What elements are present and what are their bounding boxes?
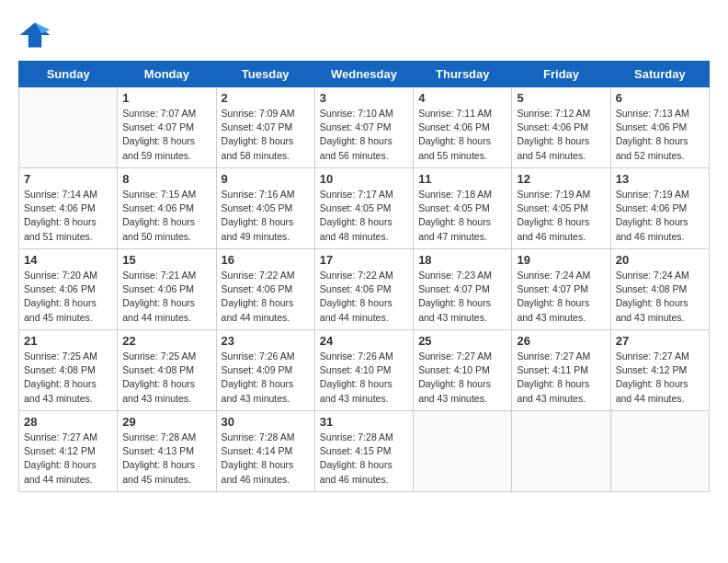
week-row-2: 7Sunrise: 7:14 AMSunset: 4:06 PMDaylight… (19, 168, 710, 249)
day-cell: 13Sunrise: 7:19 AMSunset: 4:06 PMDayligh… (610, 168, 709, 249)
day-number: 30 (222, 415, 310, 429)
day-cell: 7Sunrise: 7:14 AMSunset: 4:06 PMDaylight… (19, 168, 118, 249)
day-number: 7 (24, 172, 112, 186)
day-number: 27 (616, 334, 704, 348)
day-info: Sunrise: 7:25 AMSunset: 4:08 PMDaylight:… (122, 350, 210, 406)
day-cell: 18Sunrise: 7:23 AMSunset: 4:07 PMDayligh… (414, 249, 512, 330)
day-info: Sunrise: 7:19 AMSunset: 4:06 PMDaylight:… (616, 188, 704, 244)
day-cell: 27Sunrise: 7:27 AMSunset: 4:12 PMDayligh… (610, 330, 709, 411)
day-cell: 12Sunrise: 7:19 AMSunset: 4:05 PMDayligh… (512, 168, 610, 249)
day-info: Sunrise: 7:10 AMSunset: 4:07 PMDaylight:… (320, 107, 408, 163)
day-number: 11 (418, 172, 506, 186)
day-number: 21 (24, 334, 112, 348)
day-info: Sunrise: 7:15 AMSunset: 4:06 PMDaylight:… (122, 188, 210, 244)
day-info: Sunrise: 7:27 AMSunset: 4:12 PMDaylight:… (616, 350, 704, 406)
day-header-wednesday: Wednesday (314, 62, 413, 87)
day-cell: 8Sunrise: 7:15 AMSunset: 4:06 PMDaylight… (118, 168, 216, 249)
day-cell: 16Sunrise: 7:22 AMSunset: 4:06 PMDayligh… (216, 249, 314, 330)
week-row-3: 14Sunrise: 7:20 AMSunset: 4:06 PMDayligh… (19, 249, 710, 330)
day-cell: 26Sunrise: 7:27 AMSunset: 4:11 PMDayligh… (512, 330, 610, 411)
day-number: 23 (222, 334, 310, 348)
week-row-4: 21Sunrise: 7:25 AMSunset: 4:08 PMDayligh… (19, 330, 710, 411)
day-number: 29 (122, 415, 210, 429)
day-info: Sunrise: 7:07 AMSunset: 4:07 PMDaylight:… (122, 107, 210, 163)
day-cell: 17Sunrise: 7:22 AMSunset: 4:06 PMDayligh… (314, 249, 413, 330)
day-cell: 2Sunrise: 7:09 AMSunset: 4:07 PMDaylight… (216, 87, 314, 168)
day-cell: 4Sunrise: 7:11 AMSunset: 4:06 PMDaylight… (414, 87, 512, 168)
day-number: 28 (24, 415, 112, 429)
day-cell (610, 411, 709, 492)
page-header (18, 18, 710, 52)
day-number: 14 (24, 253, 112, 267)
day-info: Sunrise: 7:22 AMSunset: 4:06 PMDaylight:… (222, 269, 310, 325)
day-number: 19 (517, 253, 605, 267)
day-cell: 21Sunrise: 7:25 AMSunset: 4:08 PMDayligh… (19, 330, 118, 411)
day-number: 2 (222, 91, 310, 105)
day-number: 26 (517, 334, 605, 348)
week-row-5: 28Sunrise: 7:27 AMSunset: 4:12 PMDayligh… (19, 411, 710, 492)
day-cell: 10Sunrise: 7:17 AMSunset: 4:05 PMDayligh… (314, 168, 413, 249)
day-header-monday: Monday (118, 62, 216, 87)
day-info: Sunrise: 7:24 AMSunset: 4:08 PMDaylight:… (616, 269, 704, 325)
logo-icon (18, 18, 51, 52)
day-cell: 19Sunrise: 7:24 AMSunset: 4:07 PMDayligh… (512, 249, 610, 330)
day-cell (512, 411, 610, 492)
day-number: 10 (320, 172, 408, 186)
day-header-friday: Friday (512, 62, 610, 87)
day-info: Sunrise: 7:25 AMSunset: 4:08 PMDaylight:… (24, 350, 112, 406)
day-info: Sunrise: 7:14 AMSunset: 4:06 PMDaylight:… (24, 188, 112, 244)
day-info: Sunrise: 7:27 AMSunset: 4:12 PMDaylight:… (24, 431, 112, 487)
day-cell: 23Sunrise: 7:26 AMSunset: 4:09 PMDayligh… (216, 330, 314, 411)
day-number: 31 (320, 415, 408, 429)
day-cell: 6Sunrise: 7:13 AMSunset: 4:06 PMDaylight… (610, 87, 709, 168)
logo (18, 18, 55, 52)
calendar-table: SundayMondayTuesdayWednesdayThursdayFrid… (18, 61, 710, 492)
day-number: 1 (122, 91, 210, 105)
day-number: 3 (320, 91, 408, 105)
day-number: 18 (418, 253, 506, 267)
day-cell: 9Sunrise: 7:16 AMSunset: 4:05 PMDaylight… (216, 168, 314, 249)
day-info: Sunrise: 7:26 AMSunset: 4:09 PMDaylight:… (222, 350, 310, 406)
day-info: Sunrise: 7:12 AMSunset: 4:06 PMDaylight:… (517, 107, 605, 163)
day-info: Sunrise: 7:24 AMSunset: 4:07 PMDaylight:… (517, 269, 605, 325)
day-cell: 20Sunrise: 7:24 AMSunset: 4:08 PMDayligh… (610, 249, 709, 330)
day-number: 5 (517, 91, 605, 105)
day-info: Sunrise: 7:27 AMSunset: 4:10 PMDaylight:… (418, 350, 506, 406)
week-row-1: 1Sunrise: 7:07 AMSunset: 4:07 PMDaylight… (19, 87, 710, 168)
calendar-header-row: SundayMondayTuesdayWednesdayThursdayFrid… (19, 62, 710, 87)
svg-marker-0 (20, 23, 50, 48)
day-number: 25 (418, 334, 506, 348)
day-info: Sunrise: 7:20 AMSunset: 4:06 PMDaylight:… (24, 269, 112, 325)
day-info: Sunrise: 7:17 AMSunset: 4:05 PMDaylight:… (320, 188, 408, 244)
day-info: Sunrise: 7:16 AMSunset: 4:05 PMDaylight:… (222, 188, 310, 244)
day-header-sunday: Sunday (19, 62, 118, 87)
day-cell: 22Sunrise: 7:25 AMSunset: 4:08 PMDayligh… (118, 330, 216, 411)
day-cell: 11Sunrise: 7:18 AMSunset: 4:05 PMDayligh… (414, 168, 512, 249)
day-cell (19, 87, 118, 168)
day-number: 17 (320, 253, 408, 267)
day-number: 8 (122, 172, 210, 186)
day-cell: 29Sunrise: 7:28 AMSunset: 4:13 PMDayligh… (118, 411, 216, 492)
day-info: Sunrise: 7:28 AMSunset: 4:13 PMDaylight:… (122, 431, 210, 487)
day-info: Sunrise: 7:09 AMSunset: 4:07 PMDaylight:… (222, 107, 310, 163)
day-info: Sunrise: 7:26 AMSunset: 4:10 PMDaylight:… (320, 350, 408, 406)
day-cell: 31Sunrise: 7:28 AMSunset: 4:15 PMDayligh… (314, 411, 413, 492)
day-header-saturday: Saturday (610, 62, 709, 87)
day-info: Sunrise: 7:11 AMSunset: 4:06 PMDaylight:… (418, 107, 506, 163)
day-number: 6 (616, 91, 704, 105)
day-cell (414, 411, 512, 492)
day-info: Sunrise: 7:22 AMSunset: 4:06 PMDaylight:… (320, 269, 408, 325)
day-number: 20 (616, 253, 704, 267)
day-info: Sunrise: 7:28 AMSunset: 4:14 PMDaylight:… (222, 431, 310, 487)
day-cell: 25Sunrise: 7:27 AMSunset: 4:10 PMDayligh… (414, 330, 512, 411)
day-cell: 24Sunrise: 7:26 AMSunset: 4:10 PMDayligh… (314, 330, 413, 411)
day-header-thursday: Thursday (414, 62, 512, 87)
day-number: 12 (517, 172, 605, 186)
day-cell: 1Sunrise: 7:07 AMSunset: 4:07 PMDaylight… (118, 87, 216, 168)
day-cell: 28Sunrise: 7:27 AMSunset: 4:12 PMDayligh… (19, 411, 118, 492)
day-number: 24 (320, 334, 408, 348)
day-info: Sunrise: 7:19 AMSunset: 4:05 PMDaylight:… (517, 188, 605, 244)
day-cell: 30Sunrise: 7:28 AMSunset: 4:14 PMDayligh… (216, 411, 314, 492)
day-number: 15 (122, 253, 210, 267)
day-header-tuesday: Tuesday (216, 62, 314, 87)
